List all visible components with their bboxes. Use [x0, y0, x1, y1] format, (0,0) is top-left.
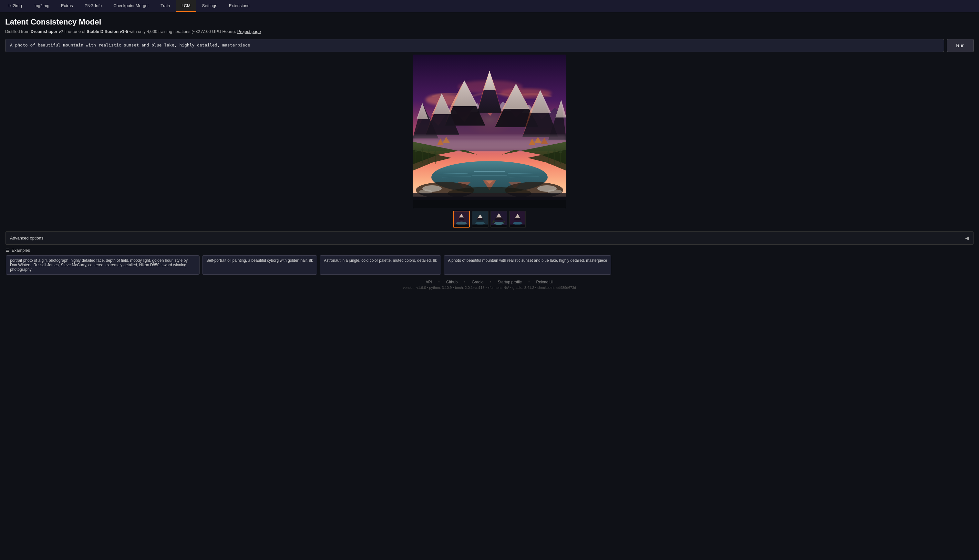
- list-icon: ☰: [6, 248, 10, 253]
- svg-rect-77: [454, 225, 469, 227]
- page-title: Latent Consistency Model: [5, 17, 974, 27]
- svg-rect-71: [413, 193, 566, 200]
- prompt-row: A photo of beautiful mountain with reali…: [5, 39, 974, 52]
- main-image-wrapper: ↓ ✕: [413, 55, 566, 208]
- thumbnail-2[interactable]: [472, 211, 489, 228]
- thumbnail-3[interactable]: [490, 211, 507, 228]
- svg-rect-91: [491, 225, 507, 227]
- examples-section: ☰ Examples portrait photo of a girl, pho…: [5, 248, 974, 275]
- svg-point-68: [419, 190, 432, 194]
- tab-checkpoint[interactable]: Checkpoint Merger: [108, 0, 155, 12]
- thumbnail-1[interactable]: [453, 211, 470, 228]
- example-chip-2[interactable]: Self-portrait oil painting, a beautiful …: [202, 255, 317, 275]
- footer-links: API • Github • Gradio • Startup profile …: [5, 280, 974, 284]
- svg-point-82: [475, 222, 485, 225]
- chevron-icon: ◀: [965, 235, 969, 241]
- run-button[interactable]: Run: [947, 39, 974, 52]
- svg-rect-83: [472, 225, 488, 227]
- footer-link-gradio[interactable]: Gradio: [472, 280, 484, 284]
- thumbnail-4[interactable]: [509, 211, 526, 228]
- example-chip-4[interactable]: A photo of beautiful mountain with reali…: [444, 255, 611, 275]
- version-info: version: v1.6.0 • python: 3.10.9 • torch…: [5, 286, 974, 290]
- svg-point-88: [494, 222, 504, 225]
- tab-train[interactable]: Train: [155, 0, 176, 12]
- advanced-options-toggle[interactable]: Advanced options ◀: [5, 232, 974, 245]
- example-chip-3[interactable]: Astronaut in a jungle, cold color palett…: [320, 255, 441, 275]
- tab-pnginfo[interactable]: PNG Info: [79, 0, 108, 12]
- footer-link-api[interactable]: API: [425, 280, 432, 284]
- thumbnail-gallery: [453, 211, 526, 228]
- svg-rect-97: [510, 225, 525, 227]
- tab-lcm[interactable]: LCM: [176, 0, 196, 12]
- tab-extensions[interactable]: Extensions: [223, 0, 255, 12]
- tab-settings[interactable]: Settings: [196, 0, 223, 12]
- footer-link-startup[interactable]: Startup profile: [498, 280, 522, 284]
- tab-img2img[interactable]: img2img: [28, 0, 55, 12]
- svg-point-69: [548, 190, 562, 194]
- tab-txt2img[interactable]: txt2img: [3, 0, 28, 12]
- svg-point-96: [513, 222, 522, 225]
- top-navigation: txt2img img2img Extras PNG Info Checkpoi…: [0, 0, 979, 12]
- advanced-options-label: Advanced options: [10, 236, 43, 240]
- prompt-input[interactable]: A photo of beautiful mountain with reali…: [5, 39, 944, 52]
- tab-extras[interactable]: Extras: [55, 0, 79, 12]
- gallery-area: ↓ ✕: [5, 55, 974, 228]
- main-image: [413, 55, 566, 208]
- footer: API • Github • Gradio • Startup profile …: [5, 275, 974, 292]
- project-link[interactable]: Project page: [237, 29, 261, 34]
- examples-label: Examples: [12, 248, 30, 253]
- examples-grid: portrait photo of a girl, photograph, hi…: [6, 255, 973, 275]
- page-subtitle: Distilled from Dreamshaper v7 fine-tune …: [5, 29, 974, 34]
- footer-link-github[interactable]: Github: [446, 280, 457, 284]
- examples-header: ☰ Examples: [6, 248, 973, 253]
- footer-link-reload[interactable]: Reload UI: [536, 280, 553, 284]
- example-chip-1[interactable]: portrait photo of a girl, photograph, hi…: [6, 255, 200, 275]
